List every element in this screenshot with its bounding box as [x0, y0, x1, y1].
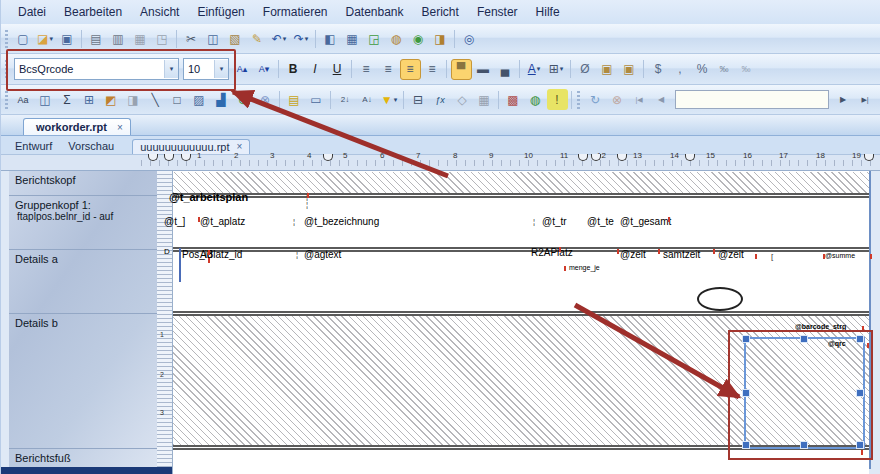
- align-justify-icon[interactable]: ≡: [422, 59, 443, 80]
- formula-workshop-icon[interactable]: ƒx: [430, 89, 451, 110]
- report-wizard-icon[interactable]: ◍: [386, 28, 407, 49]
- insert-ole-object-icon[interactable]: ◨: [123, 89, 144, 110]
- insert-summary-icon[interactable]: Σ: [57, 89, 78, 110]
- dependency-checker-icon[interactable]: ◉: [408, 28, 429, 49]
- italic-icon[interactable]: I: [305, 59, 326, 80]
- undo-icon[interactable]: ↶▾: [269, 28, 290, 49]
- insert-text-object-icon[interactable]: Aa: [13, 89, 34, 110]
- thousands-separator-icon[interactable]: ,: [670, 59, 691, 80]
- menu-item[interactable]: Hilfe: [527, 2, 569, 22]
- record-sort-expert-icon[interactable]: A↓: [357, 89, 378, 110]
- currency-icon[interactable]: $: [648, 59, 669, 80]
- save-icon[interactable]: ▣: [57, 28, 78, 49]
- performance-information-icon[interactable]: !: [547, 89, 568, 110]
- menu-item[interactable]: Datei: [9, 2, 55, 22]
- font-color-icon[interactable]: A▾: [524, 59, 545, 80]
- cut-icon[interactable]: ✂: [181, 28, 202, 49]
- nav-first-icon[interactable]: |◀: [629, 89, 650, 110]
- template-gallery-icon[interactable]: ◨: [430, 28, 451, 49]
- group-sort-expert-icon[interactable]: 2↓: [335, 89, 356, 110]
- section-gruppenkopf[interactable]: Gruppenkopf 1: ftaplpos.belnr_id - auf: [9, 196, 157, 250]
- format-painter-icon[interactable]: ✎: [247, 28, 268, 49]
- select-expert-icon[interactable]: ▼▾: [379, 89, 400, 110]
- vertical-ruler[interactable]: [157, 171, 173, 474]
- valign-middle-icon[interactable]: ▬: [473, 59, 494, 80]
- section-berichtskopf[interactable]: Berichtskopf: [9, 171, 157, 196]
- menu-item[interactable]: Ansicht: [131, 2, 188, 22]
- menu-item[interactable]: Datenbank: [336, 2, 412, 22]
- add-to-workbench-icon[interactable]: ◲: [364, 28, 385, 49]
- suppress-icon[interactable]: Ø: [575, 59, 596, 80]
- increase-decimals-icon[interactable]: ‰: [714, 59, 735, 80]
- dropdown-caret-icon[interactable]: ▾: [305, 35, 309, 43]
- menu-item[interactable]: Formatieren: [254, 2, 337, 22]
- section-details-a[interactable]: Details a: [9, 250, 157, 314]
- band-details-a[interactable]: [173, 252, 869, 311]
- stop-icon[interactable]: ⊗: [607, 89, 628, 110]
- band-gruppenkopf[interactable]: [173, 198, 869, 247]
- tab-vorschau[interactable]: Vorschau: [60, 138, 122, 154]
- page-setup-icon[interactable]: ◳: [152, 28, 173, 49]
- menu-item[interactable]: Fenster: [468, 2, 527, 22]
- section-expert-icon[interactable]: ⊟: [408, 89, 429, 110]
- align-center-icon[interactable]: ≡: [378, 59, 399, 80]
- section-details-b[interactable]: Details b: [9, 314, 157, 449]
- lock-format-icon[interactable]: ▣: [597, 59, 618, 80]
- dropdown-caret-icon[interactable]: ▾: [49, 35, 53, 43]
- valign-top-icon[interactable]: ▀: [451, 59, 472, 80]
- dropdown-caret-icon[interactable]: ▾: [283, 35, 287, 43]
- print-preview-icon[interactable]: ▥: [108, 28, 129, 49]
- decrease-font-icon[interactable]: A▾: [254, 59, 275, 80]
- lock-size-position-icon[interactable]: ▣: [619, 59, 640, 80]
- insert-chart-icon[interactable]: ▟: [211, 89, 232, 110]
- chart-expert-icon[interactable]: ▩: [503, 89, 524, 110]
- print-icon[interactable]: ▤: [86, 28, 107, 49]
- percent-icon[interactable]: %: [692, 59, 713, 80]
- toolbar-grip[interactable]: [5, 30, 8, 48]
- redo-icon[interactable]: ↷▾: [291, 28, 312, 49]
- nav-previous-icon[interactable]: ◀: [651, 89, 672, 110]
- toolbar-grip[interactable]: [577, 91, 580, 109]
- paste-icon[interactable]: ▧: [225, 28, 246, 49]
- menu-item[interactable]: Einfügen: [188, 2, 253, 22]
- bold-icon[interactable]: B: [283, 59, 304, 80]
- nav-last-icon[interactable]: ▶|: [855, 89, 876, 110]
- oval-object[interactable]: [697, 287, 743, 311]
- decrease-decimals-icon[interactable]: ‰: [736, 59, 757, 80]
- insert-picture-icon[interactable]: ▨: [189, 89, 210, 110]
- guidelines-icon[interactable]: ▦: [474, 89, 495, 110]
- find-icon[interactable]: ◎: [459, 28, 480, 49]
- copy-icon[interactable]: ◫: [203, 28, 224, 49]
- insert-line-icon[interactable]: ╲: [145, 89, 166, 110]
- close-tab-icon[interactable]: ×: [117, 122, 123, 133]
- highlighting-expert-icon[interactable]: ◇: [452, 89, 473, 110]
- nav-next-icon[interactable]: ▶: [833, 89, 854, 110]
- cancel-menu-icon[interactable]: ⊗: [255, 89, 276, 110]
- valign-bottom-icon[interactable]: ▄: [495, 59, 516, 80]
- insert-crosstab-icon[interactable]: ⊞: [79, 89, 100, 110]
- insert-box-icon[interactable]: □: [167, 89, 188, 110]
- menu-item[interactable]: Bericht: [413, 2, 468, 22]
- borders-icon[interactable]: ⊞▾: [546, 59, 567, 80]
- menu-item[interactable]: Bearbeiten: [55, 2, 131, 22]
- align-left-icon[interactable]: ≡: [356, 59, 377, 80]
- report-explorer-icon[interactable]: ◧: [320, 28, 341, 49]
- tab-workorder-rpt[interactable]: workorder.rpt ×: [23, 118, 131, 135]
- close-tab-icon[interactable]: ×: [236, 141, 242, 153]
- dropdown-caret-icon[interactable]: ▾: [560, 65, 564, 73]
- field-explorer-icon[interactable]: ▦: [342, 28, 363, 49]
- align-right-icon[interactable]: ≡: [400, 59, 421, 80]
- dropdown-caret-icon[interactable]: ▾: [537, 65, 541, 73]
- dropdown-caret-icon[interactable]: ▾: [394, 96, 398, 104]
- insert-subreport-icon[interactable]: ◩: [101, 89, 122, 110]
- open-icon[interactable]: ◪▾: [35, 28, 56, 49]
- insert-field-icon[interactable]: ◫: [35, 89, 56, 110]
- tab-report-uuu[interactable]: uuuuuuuuuuuu.rpt ×: [132, 139, 250, 154]
- database-fields-icon[interactable]: ▤: [284, 89, 305, 110]
- new-report-icon[interactable]: ▢: [13, 28, 34, 49]
- horizontal-ruler[interactable]: [1, 155, 880, 171]
- page-number-box[interactable]: [675, 90, 829, 109]
- refresh-icon[interactable]: ↻: [585, 89, 606, 110]
- database-expert-icon[interactable]: ▭: [306, 89, 327, 110]
- tab-entwurf[interactable]: Entwurf: [7, 138, 60, 154]
